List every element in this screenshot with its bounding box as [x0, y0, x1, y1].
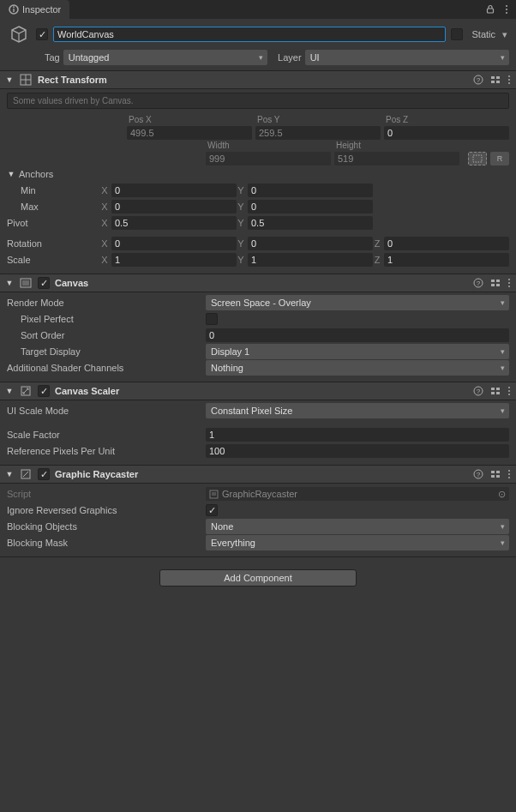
svg-point-30	[508, 286, 510, 287]
min-label: Min	[7, 185, 100, 195]
svg-point-4	[506, 5, 507, 7]
canvas-scaler-header[interactable]: ▼ Canvas Scaler ?	[0, 382, 516, 400]
gameobject-active-checkbox[interactable]	[36, 28, 48, 40]
blocking-mask-dropdown[interactable]: Everything	[206, 535, 509, 550]
gameobject-header: Static ▾ Tag Untagged Layer UI	[0, 19, 516, 70]
rotation-z[interactable]	[384, 237, 509, 250]
width-input	[206, 152, 331, 165]
gameobject-icon[interactable]	[7, 22, 31, 46]
preset-icon[interactable]	[490, 75, 501, 85]
tab-menu-icon[interactable]	[502, 4, 511, 15]
scale-factor-label: Scale Factor	[7, 430, 206, 440]
component-title: Canvas	[55, 278, 468, 288]
svg-point-40	[508, 394, 510, 395]
pos-x-input[interactable]	[127, 126, 252, 140]
gameobject-name-input[interactable]	[53, 27, 446, 42]
preset-icon[interactable]	[490, 278, 501, 288]
inspector-tab[interactable]: Inspector	[0, 0, 69, 19]
foldout-icon[interactable]: ▼	[5, 387, 14, 395]
svg-rect-35	[496, 388, 500, 390]
ref-px-input[interactable]	[206, 444, 509, 458]
foldout-icon[interactable]: ▼	[5, 279, 14, 287]
svg-point-2	[13, 6, 15, 8]
menu-icon[interactable]	[507, 75, 511, 85]
ui-scale-mode-dropdown[interactable]: Constant Pixel Size	[206, 403, 509, 418]
anchor-min-y[interactable]	[248, 183, 373, 197]
help-icon[interactable]: ?	[473, 278, 483, 288]
foldout-icon[interactable]: ▼	[5, 470, 14, 478]
rotation-x[interactable]	[111, 237, 237, 250]
menu-icon[interactable]	[507, 386, 511, 396]
rotation-y[interactable]	[248, 237, 373, 250]
anchors-foldout[interactable]: ▼	[7, 170, 15, 178]
canvas-header[interactable]: ▼ Canvas ?	[0, 274, 516, 292]
foldout-icon[interactable]: ▼	[5, 75, 14, 84]
pixel-perfect-label: Pixel Perfect	[7, 314, 206, 324]
help-icon[interactable]: ?	[473, 469, 483, 479]
anchor-min-x[interactable]	[111, 183, 237, 197]
layer-dropdown[interactable]: UI	[305, 50, 509, 65]
svg-point-38	[508, 387, 510, 388]
svg-rect-27	[496, 284, 500, 286]
script-icon	[209, 490, 219, 499]
ignore-reversed-label: Ignore Reversed Graphics	[7, 505, 206, 515]
tab-bar: Inspector	[0, 0, 516, 19]
add-component-button[interactable]: Add Component	[159, 569, 357, 586]
component-title: Canvas Scaler	[55, 386, 468, 396]
static-dropdown-arrow[interactable]: ▾	[501, 29, 509, 40]
help-icon[interactable]: ?	[473, 386, 483, 396]
svg-point-18	[508, 82, 510, 84]
scale-z[interactable]	[384, 253, 509, 267]
lock-icon[interactable]	[485, 4, 495, 15]
svg-rect-14	[491, 81, 495, 83]
static-label: Static	[471, 29, 495, 39]
svg-rect-12	[491, 76, 495, 79]
pivot-y[interactable]	[248, 216, 373, 230]
svg-rect-37	[496, 392, 500, 394]
canvas-scaler-enabled-checkbox[interactable]	[38, 385, 50, 397]
help-icon[interactable]: ?	[473, 75, 483, 85]
svg-point-16	[508, 75, 510, 77]
pos-z-input[interactable]	[384, 126, 509, 140]
blocking-objects-dropdown[interactable]: None	[206, 519, 509, 534]
svg-rect-25	[496, 280, 500, 282]
scale-y[interactable]	[248, 253, 373, 267]
blueprint-mode-button[interactable]	[468, 152, 487, 165]
render-mode-dropdown[interactable]: Screen Space - Overlay	[206, 295, 509, 310]
tag-dropdown[interactable]: Untagged	[63, 50, 267, 65]
ignore-reversed-checkbox[interactable]	[206, 504, 218, 516]
svg-point-39	[508, 390, 510, 392]
target-display-dropdown[interactable]: Display 1	[206, 344, 509, 359]
svg-rect-48	[496, 475, 500, 478]
svg-line-42	[23, 472, 28, 477]
blocking-mask-label: Blocking Mask	[7, 538, 206, 548]
scale-x[interactable]	[111, 253, 237, 267]
svg-rect-36	[491, 392, 495, 394]
pos-y-input[interactable]	[255, 126, 381, 140]
shader-channels-dropdown[interactable]: Nothing	[206, 360, 509, 376]
scale-factor-input[interactable]	[206, 428, 509, 442]
rect-transform-header[interactable]: ▼ Rect Transform ?	[0, 70, 516, 89]
raycaster-enabled-checkbox[interactable]	[38, 468, 50, 480]
pixel-perfect-checkbox[interactable]	[206, 313, 218, 325]
anchor-max-x[interactable]	[111, 200, 237, 214]
static-checkbox[interactable]	[451, 28, 463, 40]
raw-edit-button[interactable]: R	[490, 152, 509, 165]
pivot-x[interactable]	[111, 216, 237, 230]
object-picker-icon[interactable]: ⊙	[498, 489, 506, 500]
sort-order-input[interactable]	[206, 328, 509, 342]
menu-icon[interactable]	[507, 278, 511, 288]
pos-x-label: Pos X	[127, 115, 252, 124]
svg-rect-24	[491, 280, 495, 282]
anchor-max-y[interactable]	[248, 200, 373, 214]
preset-icon[interactable]	[490, 469, 501, 479]
preset-icon[interactable]	[490, 386, 501, 396]
svg-text:?: ?	[477, 471, 481, 478]
menu-icon[interactable]	[507, 469, 511, 479]
canvas-enabled-checkbox[interactable]	[38, 277, 50, 289]
svg-text:?: ?	[477, 388, 481, 395]
svg-rect-45	[491, 471, 495, 473]
svg-rect-3	[488, 9, 494, 13]
raycaster-header[interactable]: ▼ Graphic Raycaster ?	[0, 465, 516, 484]
svg-rect-13	[496, 76, 500, 79]
